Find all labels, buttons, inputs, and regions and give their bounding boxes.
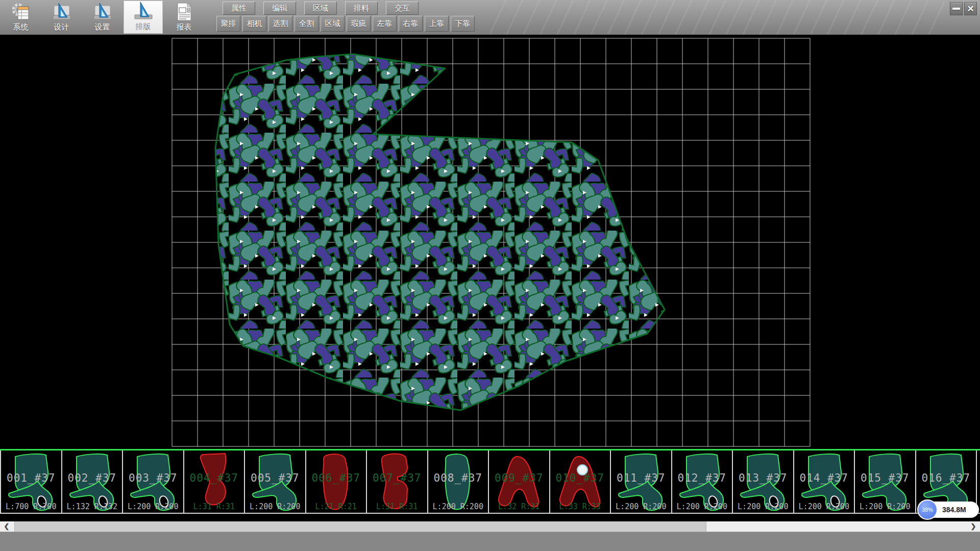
tool-button-7[interactable]: 左靠: [373, 16, 397, 32]
part-thumbnail-2[interactable]: 002_#37L:132 R:132: [62, 450, 124, 513]
part-lr-count: L:200 R:200: [245, 502, 305, 511]
part-thumbnail-13[interactable]: 013_#37L:200 R:200: [733, 450, 794, 513]
canvas-area: [0, 35, 980, 449]
part-id-label: 016_#37: [916, 472, 976, 484]
memory-percent-badge: 38%: [917, 499, 938, 520]
part-lr-count: L:200 R:200: [733, 502, 793, 511]
nesting-ruler-icon: [133, 1, 154, 22]
part-lr-count: L:200 R:200: [672, 502, 732, 511]
part-lr-count: L:31 R:31: [184, 502, 244, 511]
nesting-canvas[interactable]: [0, 35, 980, 449]
mode-button-2[interactable]: 设计: [42, 1, 81, 34]
minimize-button[interactable]: [950, 2, 963, 15]
tool-button-3[interactable]: 选割: [268, 16, 292, 32]
horizontal-scrollbar[interactable]: ❮ ❯: [0, 521, 980, 532]
part-thumbnail-10[interactable]: 010_#37L:33 R:33: [550, 450, 611, 513]
part-thumbnail-11[interactable]: 011_#37L:200 R:200: [611, 450, 672, 513]
part-id-label: 013_#37: [733, 472, 793, 484]
leather-hide: [215, 54, 665, 410]
part-lr-count: L:200 R:200: [855, 502, 915, 511]
part-id-label: 005_#37: [245, 472, 305, 484]
part-lr-count: L:31 R:31: [367, 502, 427, 511]
part-id-label: 003_#37: [123, 472, 183, 484]
memory-amount-label: 384.8M: [942, 502, 966, 518]
mode-button-label: 报表: [177, 22, 192, 32]
tool-button-10[interactable]: 下靠: [451, 16, 475, 32]
part-lr-count: L:32 R:31: [489, 502, 549, 511]
part-thumbnail-8[interactable]: 008_#37L:200 R:200: [428, 450, 489, 513]
part-thumbnail-6[interactable]: 006_#37L:21 R:21: [306, 450, 368, 513]
menu-button-5[interactable]: 交互: [386, 2, 419, 15]
menu-button-2[interactable]: 编辑: [263, 2, 296, 15]
strip-gap: [0, 515, 980, 521]
thumbnail-strip: 001_#37L:700 R:700002_#37L:132 R:132003_…: [0, 449, 980, 515]
close-button[interactable]: ✕: [964, 2, 977, 15]
part-id-label: 011_#37: [611, 472, 671, 484]
report-doc-icon: [174, 1, 195, 22]
part-thumbnail-5[interactable]: 005_#37L:200 R:200: [245, 450, 306, 513]
part-thumbnail-15[interactable]: 015_#37L:200 R:200: [855, 450, 916, 513]
tool-button-8[interactable]: 右靠: [399, 16, 423, 32]
part-lr-count: L:21 R:21: [306, 502, 366, 511]
part-lr-count: L:700 R:700: [1, 502, 61, 511]
tool-button-2[interactable]: 相机: [242, 16, 266, 32]
part-thumbnail-1[interactable]: 001_#37L:700 R:700: [0, 450, 62, 513]
part-id-label: 001_#37: [1, 472, 61, 484]
part-thumbnail-9[interactable]: 009_#37L:32 R:31: [489, 450, 550, 513]
part-thumbnail-14[interactable]: 014_#37L:200 R:200: [794, 450, 855, 513]
tool-button-9[interactable]: 上靠: [425, 16, 449, 32]
tool-button-1[interactable]: 聚排: [216, 16, 240, 32]
system-gear-icon: [10, 1, 32, 22]
part-id-label: 007_#37: [367, 472, 427, 484]
mode-button-label: 设计: [54, 22, 69, 32]
part-lr-count: L:200 R:200: [123, 502, 183, 511]
part-thumbnail-3[interactable]: 003_#37L:200 R:200: [123, 450, 184, 513]
thumbnail-cells: 001_#37L:700 R:700002_#37L:132 R:132003_…: [0, 450, 980, 514]
minimize-icon: [952, 8, 960, 10]
part-lr-count: L:33 R:33: [550, 502, 610, 511]
part-id-label: 010_#37: [550, 472, 610, 484]
part-lr-count: L:200 R:200: [428, 502, 488, 511]
part-id-label: 009_#37: [489, 472, 549, 484]
scroll-right-icon[interactable]: ❯: [967, 521, 980, 532]
mode-button-label: 设置: [95, 22, 110, 32]
part-thumbnail-4[interactable]: 004_#37L:31 R:31: [184, 450, 246, 513]
part-thumbnail-12[interactable]: 012_#37L:200 R:200: [672, 450, 733, 513]
status-bar: [0, 532, 980, 551]
part-lr-count: L:132 R:132: [62, 502, 122, 511]
tool-button-5[interactable]: 区域: [321, 16, 345, 32]
menu-button-1[interactable]: 属性: [223, 2, 255, 15]
part-id-label: 008_#37: [428, 472, 488, 484]
mode-button-label: 系统: [13, 22, 29, 32]
tool-button-4[interactable]: 全割: [295, 16, 318, 32]
part-id-label: 004_#37: [184, 472, 244, 484]
part-id-label: 006_#37: [306, 472, 366, 484]
tool-button-6[interactable]: 瑕疵: [347, 16, 371, 32]
part-id-label: 002_#37: [62, 472, 122, 484]
mode-button-5[interactable]: 报表: [164, 1, 204, 34]
memory-badge[interactable]: 38% 384.8M: [919, 502, 979, 518]
ribbon: 系统设计设置排版报表 属性编辑区域排料交互 聚排相机选割全割区域瑕疵左靠右靠上靠…: [0, 0, 980, 35]
part-id-label: 015_#37: [855, 472, 915, 484]
part-lr-count: L:200 R:200: [611, 502, 671, 511]
design-ruler-icon: [51, 1, 72, 22]
part-id-label: 012_#37: [672, 472, 732, 484]
part-thumbnail-7[interactable]: 007_#37L:31 R:31: [367, 450, 428, 513]
scrollbar-thumb[interactable]: [14, 521, 706, 532]
settings-ruler-icon: [92, 1, 113, 22]
menu-button-3[interactable]: 区域: [304, 2, 337, 15]
part-lr-count: L:200 R:200: [794, 502, 854, 511]
scroll-left-icon[interactable]: ❮: [0, 521, 13, 532]
part-id-label: 014_#37: [794, 472, 854, 484]
mode-button-3[interactable]: 设置: [83, 1, 122, 34]
mode-button-label: 排版: [136, 22, 151, 32]
menu-button-4[interactable]: 排料: [345, 2, 378, 15]
mode-button-1[interactable]: 系统: [1, 1, 40, 34]
close-icon: ✕: [967, 5, 974, 13]
mode-button-4[interactable]: 排版: [124, 1, 163, 34]
